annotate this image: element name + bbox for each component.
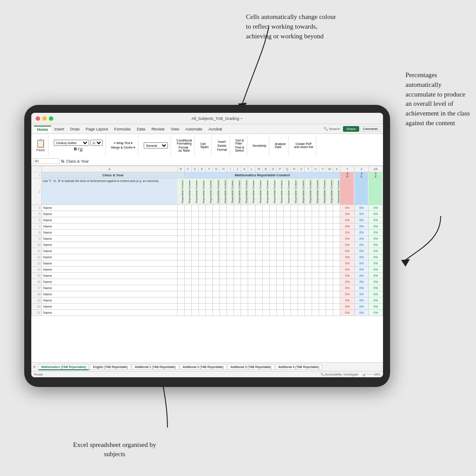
sheet-tab-additional4[interactable]: Additional 4 (TAB Reportable) (275, 364, 322, 370)
sheet-tab-mathematics[interactable]: Mathematics (TAB Reportable) (38, 364, 89, 370)
window-title: All_Subjects_TAB_Grading ~ (56, 116, 379, 121)
tab-draw[interactable]: Draw (67, 126, 83, 132)
sheet-tabs: + Mathematics (TAB Reportable) English (… (31, 362, 383, 371)
annotation-right: Percentages automatically accumulate to … (405, 71, 471, 128)
status-bar: Ready 🔍 Accessibility: Investigate 📊 ───… (31, 371, 383, 377)
accessibility-info: 🔍 Accessibility: Investigate (320, 373, 358, 376)
tab-review[interactable]: Review (149, 126, 168, 132)
title-bar: All_Subjects_TAB_Grading ~ (31, 113, 383, 124)
sheet-area: A B CD EF GH IJ KL MN OP QR ST UV (31, 166, 383, 377)
table-row: 18Name0%0%0% (32, 291, 383, 298)
tab-page-layout[interactable]: Page Layout (83, 126, 112, 132)
comments-button[interactable]: Comments (360, 126, 380, 132)
insert-btn[interactable]: Insert (218, 140, 226, 143)
data-rows: 4Name0%0%0%5Name0%0%0%6Name0%0%0%7Name0%… (32, 205, 383, 316)
tab-formulas[interactable]: Formulas (111, 126, 134, 132)
sheet-tab-additional1[interactable]: Additional 1 (TAB Reportable) (132, 364, 178, 370)
find-select-btn[interactable]: Find &Select (235, 146, 244, 152)
format-as-table-btn[interactable]: Formatas Table (178, 146, 190, 152)
cell-styles-btn[interactable]: CellStyles (200, 142, 208, 149)
tab-view[interactable]: View (167, 126, 182, 132)
number-group: General (141, 135, 171, 156)
instruction-cell: Use 'T', 'A', 'B' to indicate the level … (41, 178, 177, 205)
student-name: Name (41, 230, 177, 236)
tab-automate[interactable]: Automate (182, 126, 206, 132)
tab-acrobat[interactable]: Acrobat (205, 126, 225, 132)
tab-home[interactable]: Home (34, 126, 51, 133)
sort-filter-btn[interactable]: Sort &Filter (235, 139, 244, 145)
table-row: 12Name0%0%0% (32, 254, 383, 260)
sheet-tab-additional2[interactable]: Additional 2 (TAB Reportable) (180, 364, 227, 370)
student-name: Name (41, 205, 177, 211)
table-row: 19Name0%0%0% (32, 298, 383, 304)
table-row: 5Name0%0%0% (32, 211, 383, 217)
student-name: Name (41, 279, 177, 285)
formula-separator: fx (61, 159, 64, 164)
sheet-tab-additional3[interactable]: Additional 3 (TAB Reportable) (227, 364, 274, 370)
font-size-selector[interactable]: 22 (90, 140, 103, 146)
paste-group: 📋 Paste (33, 135, 48, 156)
table-row: 10Name0%0%0% (32, 242, 383, 248)
student-name: Name (41, 217, 177, 223)
maximize-button[interactable] (49, 116, 53, 121)
table-row: 16Name0%0%0% (32, 279, 383, 285)
table-row: 8Name0%0%0% (32, 230, 383, 236)
name-box[interactable] (33, 158, 60, 164)
table-row: 13Name0%0%0% (32, 260, 383, 267)
sensitivity-group: Sensitivity (250, 135, 270, 156)
search-bar[interactable]: 🔍 Search (321, 127, 343, 131)
create-pdf-btn[interactable]: Create PDFand share link (294, 142, 313, 149)
svg-marker-1 (401, 259, 410, 267)
student-name: Name (41, 273, 177, 279)
bold-button[interactable]: B (74, 147, 77, 151)
sheet-title-cell: Mathematics Reportable Content (184, 172, 340, 178)
delete-btn[interactable]: Delete (217, 144, 226, 147)
minimize-button[interactable] (42, 116, 47, 121)
italic-button[interactable]: I (78, 147, 79, 151)
col-a-header: A (41, 166, 177, 172)
table-row: 9Name0%0%0% (32, 236, 383, 242)
table-row: 11Name0%0%0% (32, 248, 383, 254)
student-name: Name (41, 260, 177, 267)
wrap-text-control[interactable]: ≡Wrap Text ▾ (114, 141, 133, 145)
spreadsheet[interactable]: A B CD EF GH IJ KL MN OP QR ST UV (31, 166, 383, 362)
font-group: Century Gothic 22 B I U (51, 135, 106, 156)
cells-group: Insert Delete Format (214, 135, 230, 156)
merge-center-control[interactable]: Merge & Centre ▾ (111, 146, 135, 149)
number-format-selector[interactable]: General (144, 142, 168, 149)
data-table: A B CD EF GH IJ KL MN OP QR ST UV (31, 166, 383, 316)
working-towards-header: % working towards (340, 172, 354, 178)
working-beyond-header: % working beyond (368, 172, 383, 178)
student-name: Name (41, 211, 177, 217)
tab-insert[interactable]: Insert (51, 126, 67, 132)
sensitivity-btn[interactable]: Sensitivity (253, 144, 267, 147)
tablet-screen: All_Subjects_TAB_Grading ~ Home Insert D… (31, 113, 383, 377)
underline-button[interactable]: U (80, 147, 83, 151)
table-row: 17Name0%0%0% (32, 285, 383, 291)
table-row: 21Name0%0%0% (32, 310, 383, 316)
formula-bar: fx Class & Year (31, 157, 383, 166)
ribbon-controls: 📋 Paste Century Gothic 22 B I U (31, 134, 383, 157)
analyze-data-btn[interactable]: AnalyseData (275, 142, 286, 149)
close-button[interactable] (36, 116, 40, 121)
add-sheet-btn[interactable]: + (33, 364, 36, 369)
arrow-right (397, 212, 450, 273)
working-at-header: % working at (354, 172, 368, 178)
cell-styles-group: CellStyles (197, 135, 212, 156)
font-selector[interactable]: Century Gothic (54, 140, 89, 146)
analyze-group: AnalyseData (272, 135, 289, 156)
arrow-top (212, 22, 291, 115)
share-button[interactable]: Share (343, 126, 359, 132)
paste-icon[interactable]: 📋 (36, 139, 45, 147)
sheet-tab-english[interactable]: English (TAB Reportable) (90, 364, 131, 370)
paste-label[interactable]: Paste (36, 148, 45, 152)
format-btn[interactable]: Format (217, 148, 227, 151)
conditional-formatting-btn[interactable]: ConditionalFormatting (176, 139, 192, 145)
class-year-row: 1 Class & Year Mathematics Reportable Co… (32, 172, 383, 178)
tab-data[interactable]: Data (134, 126, 149, 132)
class-year-cell: Class & Year (41, 172, 184, 178)
ready-status: Ready (34, 373, 43, 376)
ribbon-tabs: Home Insert Draw Page Layout Formulas Da… (31, 124, 383, 134)
table-row: 6Name0%0%0% (32, 217, 383, 223)
annotation-bottom: Excel spreadsheet organised by subjects (66, 440, 163, 460)
